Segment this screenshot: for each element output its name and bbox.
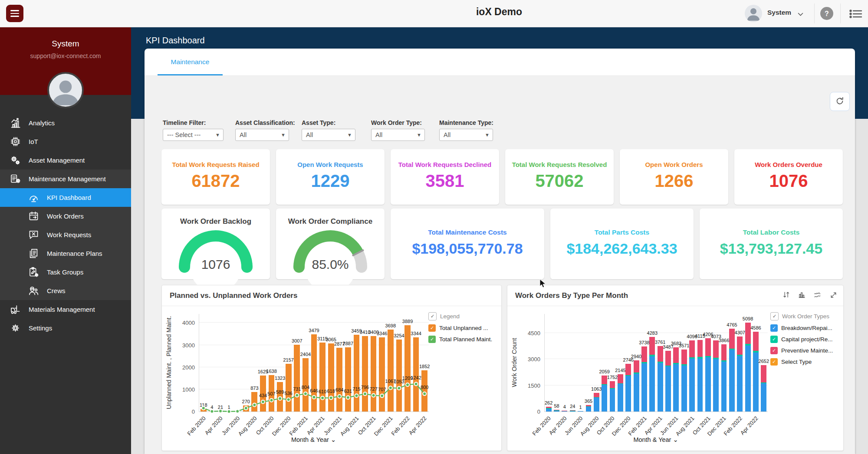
bar-segment	[649, 355, 655, 356]
x-axis-title-dropdown[interactable]: Month & Year ⌄	[633, 436, 678, 443]
y-axis-tick: 4500	[507, 330, 540, 336]
legend-item-total-planned-maint-[interactable]: ✓Total Planned Maint.	[428, 336, 499, 343]
expand-icon[interactable]	[829, 291, 838, 301]
bar-segment	[554, 410, 559, 411]
bar-segment	[562, 411, 567, 411]
legend-item-preventive-mainte-[interactable]: ✓Preventive Mainte...	[770, 347, 841, 354]
bar-segment	[665, 366, 671, 412]
crews-icon	[28, 285, 39, 297]
bar-segment	[737, 355, 743, 356]
app-title: ioX Demo	[451, 6, 547, 18]
chevron-down-icon: ▼	[347, 129, 352, 140]
hamburger-menu-icon[interactable]	[6, 5, 23, 22]
bar-value-label: 2059	[599, 369, 609, 374]
bar-segment	[665, 366, 671, 367]
bar-segment	[586, 407, 592, 412]
filter-select[interactable]: All▼	[302, 129, 355, 141]
gauge-value: 1076	[179, 257, 253, 272]
sidebar-item-work-requests[interactable]: Work Requests	[0, 225, 131, 244]
sidebar-item-label: Work Requests	[47, 231, 91, 238]
legend-header[interactable]: ✓Legend	[428, 312, 499, 320]
cost-card-total-maintenance-costs: Total Maintenance Costs$198,055,770.78	[391, 209, 544, 279]
bar-segment	[562, 411, 567, 412]
cost-value: $198,055,770.78	[391, 240, 544, 257]
bar-segment	[737, 336, 743, 355]
sidebar-item-task-groups[interactable]: Task Groups	[0, 263, 131, 281]
legend-item-breakdown-repai-[interactable]: ✓Breakdown/Repai...	[770, 324, 841, 332]
sort-icon[interactable]	[782, 291, 791, 301]
checkbox-checked-icon[interactable]: ✓	[770, 324, 778, 332]
legend-item-total-unplanned-[interactable]: ✓Total Unplanned ...	[428, 324, 499, 332]
bar-segment	[610, 389, 615, 412]
filter-select[interactable]: --- Select ---▼	[163, 129, 224, 141]
filter-select[interactable]: All▼	[439, 129, 493, 141]
bar-value-label: 58	[554, 403, 559, 408]
sidebar-item-work-orders[interactable]: Work Orders	[0, 207, 131, 225]
list-menu-icon[interactable]	[846, 8, 861, 20]
checkbox-checked-icon[interactable]: ✓	[428, 312, 437, 320]
filter-timeline-filter-: Timeline Filter:--- Select ---▼	[163, 119, 224, 141]
bar-segment	[658, 346, 663, 362]
sidebar-item-crews[interactable]: Crews	[0, 281, 131, 300]
bar-segment	[554, 410, 559, 410]
legend-header[interactable]: ✓Work Order Types	[770, 312, 841, 320]
filter-label: Timeline Filter:	[163, 119, 224, 126]
task-groups-icon	[28, 266, 39, 278]
user-menu[interactable]: System	[767, 9, 791, 16]
help-icon[interactable]: ?	[820, 7, 833, 20]
maintenance-management-icon	[10, 173, 21, 185]
sidebar-item-settings[interactable]: Settings	[0, 319, 131, 337]
filter-select[interactable]: All▼	[235, 129, 289, 141]
profile-name: System	[0, 27, 131, 49]
bar-segment	[610, 388, 615, 389]
gauge-card-compliance: Work Order Compliance 85.0%	[276, 209, 385, 279]
sidebar-item-iot[interactable]: IoT	[0, 132, 131, 151]
legend-item-select-type[interactable]: ✓Select Type	[770, 358, 841, 366]
checkbox-checked-icon[interactable]: ✓	[428, 336, 436, 343]
kpi-card-open-work-orders: Open Work Orders1266	[620, 149, 728, 205]
checkbox-checked-icon[interactable]: ✓	[770, 336, 778, 343]
x-axis-title-dropdown[interactable]: Month & Year ⌄	[291, 436, 336, 443]
chevron-down-icon: ▼	[417, 129, 421, 140]
chart-type-icon[interactable]	[813, 291, 822, 301]
sidebar-item-label: Task Groups	[47, 268, 83, 276]
checkbox-checked-icon[interactable]: ✓	[770, 312, 779, 320]
sidebar-item-analytics[interactable]: Analytics	[0, 114, 131, 132]
checkbox-checked-icon[interactable]: ✓	[770, 358, 778, 366]
chevron-down-icon[interactable]	[798, 10, 803, 18]
topbar: ioX Demo System ?	[0, 0, 868, 27]
bar-segment	[737, 356, 743, 412]
sidebar-item-maintenance-management[interactable]: Maintenance Management	[0, 170, 131, 188]
sidebar-item-label: Analytics	[29, 119, 55, 127]
chart-plot-area: 1184211270873162516381323215730072404347…	[199, 314, 429, 412]
backlog-gauge: 1076	[179, 230, 253, 274]
sidebar-item-label: Materials Management	[29, 306, 95, 313]
refresh-icon[interactable]	[830, 92, 850, 111]
sidebar-item-materials-management[interactable]: Materials Management	[0, 300, 131, 319]
checkbox-checked-icon[interactable]: ✓	[770, 347, 778, 354]
user-avatar[interactable]	[745, 5, 762, 22]
chart-body: 1184211270873162516381323215730072404347…	[162, 306, 501, 450]
checkbox-checked-icon[interactable]: ✓	[428, 324, 436, 332]
sidebar-item-asset-management[interactable]: Asset Management	[0, 151, 131, 170]
sidebar-item-label: IoT	[29, 138, 38, 145]
legend-item-capital-project-re-[interactable]: ✓Capital project/Re...	[770, 336, 841, 343]
sidebar-item-maintenance-plans[interactable]: Maintenance Plans	[0, 244, 131, 263]
tab-maintenance[interactable]: Maintenance	[158, 49, 223, 75]
bar-segment	[689, 340, 695, 357]
maintenance-plans-icon	[28, 248, 39, 259]
bar-segment	[625, 375, 631, 376]
bar-value-label: 1752	[607, 375, 618, 380]
filter-select[interactable]: All▼	[371, 129, 425, 141]
bar-segment	[753, 332, 759, 351]
bar-segment	[634, 360, 639, 372]
kpi-value: 1266	[620, 171, 728, 191]
legend-label: Total Unplanned ...	[439, 325, 488, 331]
bar-segment	[546, 409, 552, 412]
sidebar-item-kpi-dashboard[interactable]: KPI Dashboard	[0, 188, 131, 207]
bar-segment	[554, 411, 559, 412]
divider	[814, 3, 815, 23]
bar-chart-icon[interactable]	[798, 291, 807, 301]
profile-avatar[interactable]	[47, 72, 84, 108]
bar-segment	[625, 364, 631, 375]
